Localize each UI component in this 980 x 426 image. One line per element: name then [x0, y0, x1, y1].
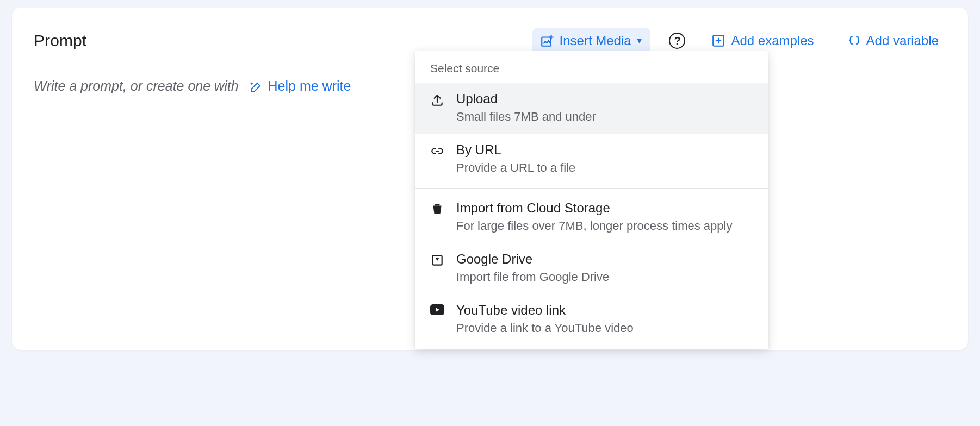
menu-item-desc: Small files 7MB and under	[456, 110, 596, 124]
add-variable-label: Add variable	[866, 34, 939, 47]
link-icon	[430, 144, 444, 158]
insert-media-button[interactable]: Insert Media ▼	[532, 28, 651, 53]
menu-item-label: YouTube video link	[456, 303, 634, 318]
menu-item-label: By URL	[456, 142, 575, 158]
menu-item-text: By URL Provide a URL to a file	[456, 142, 575, 175]
menu-item-text: YouTube video link Provide a link to a Y…	[456, 303, 634, 335]
menu-item-desc: Import file from Google Drive	[456, 270, 609, 284]
image-add-icon	[540, 34, 554, 48]
menu-item-upload[interactable]: Upload Small files 7MB and under	[415, 83, 768, 134]
menu-item-youtube[interactable]: YouTube video link Provide a link to a Y…	[415, 294, 768, 345]
menu-item-text: Import from Cloud Storage For large file…	[456, 201, 732, 233]
menu-item-desc: Provide a URL to a file	[456, 161, 575, 175]
menu-item-text: Upload Small files 7MB and under	[456, 91, 596, 124]
magic-pencil-icon	[250, 80, 263, 93]
help-me-write-label: Help me write	[268, 78, 351, 94]
prompt-placeholder: Write a prompt, or create one with	[34, 78, 239, 94]
menu-item-by-url[interactable]: By URL Provide a URL to a file	[415, 134, 768, 185]
dropdown-header: Select source	[415, 62, 768, 83]
card-header: Prompt Insert Media ▼ ?	[34, 28, 946, 53]
youtube-icon	[430, 304, 444, 318]
menu-item-desc: Provide a link to a YouTube video	[456, 321, 634, 335]
menu-item-label: Upload	[456, 91, 596, 106]
menu-item-google-drive[interactable]: Google Drive Import file from Google Dri…	[415, 243, 768, 294]
menu-item-desc: For large files over 7MB, longer process…	[456, 219, 732, 233]
chevron-down-icon: ▼	[636, 37, 643, 45]
divider	[415, 188, 768, 189]
toolbar: Insert Media ▼ ? Add examples	[532, 28, 946, 53]
add-examples-button[interactable]: Add examples	[704, 28, 821, 53]
insert-media-dropdown: Select source Upload Small files 7MB and…	[415, 51, 768, 349]
bucket-icon	[430, 202, 444, 216]
help-icon[interactable]: ?	[669, 33, 685, 49]
help-me-write-button[interactable]: Help me write	[250, 78, 351, 94]
braces-icon	[848, 34, 861, 47]
menu-item-text: Google Drive Import file from Google Dri…	[456, 252, 609, 284]
page-title: Prompt	[34, 32, 86, 50]
insert-media-label: Insert Media	[560, 34, 631, 47]
add-examples-label: Add examples	[731, 34, 814, 47]
add-variable-button[interactable]: Add variable	[840, 29, 946, 53]
menu-item-label: Google Drive	[456, 252, 609, 267]
svg-rect-2	[435, 204, 440, 205]
add-box-icon	[711, 34, 725, 48]
upload-icon	[430, 93, 444, 107]
menu-item-cloud-storage[interactable]: Import from Cloud Storage For large file…	[415, 192, 768, 243]
menu-item-label: Import from Cloud Storage	[456, 201, 732, 216]
drive-icon	[430, 253, 444, 267]
